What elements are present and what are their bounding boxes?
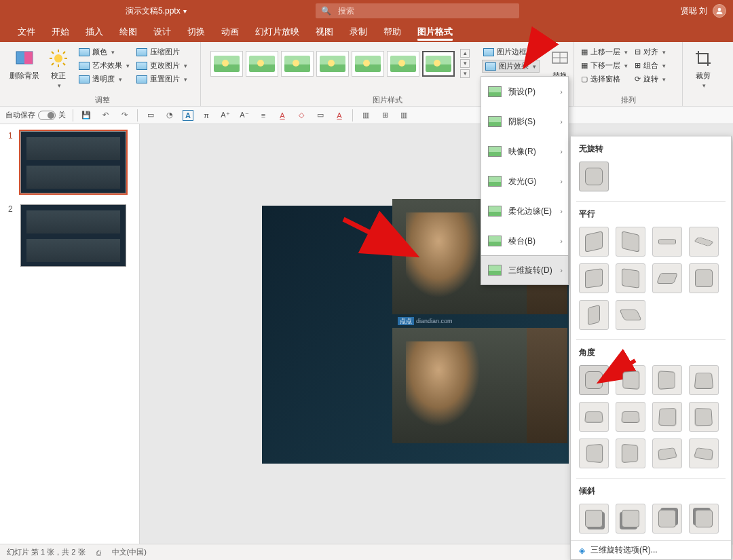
qat-button[interactable]: A bbox=[276, 109, 288, 122]
rotation-option[interactable] bbox=[689, 504, 719, 534]
qat-button[interactable]: A⁺ bbox=[219, 109, 231, 122]
qat-button[interactable]: ▭ bbox=[145, 109, 157, 122]
rotation-option[interactable] bbox=[652, 263, 682, 293]
rotation-option[interactable] bbox=[652, 227, 682, 257]
menu-reflection[interactable]: 映像(R)› bbox=[481, 136, 568, 166]
rotation-option[interactable] bbox=[689, 365, 719, 395]
menu-preset[interactable]: 预设(P)› bbox=[481, 77, 568, 107]
menu-glow[interactable]: 发光(G)› bbox=[481, 166, 568, 196]
rotation-option[interactable] bbox=[652, 438, 682, 468]
menu-soft-edges[interactable]: 柔化边缘(E)› bbox=[481, 196, 568, 226]
thumbnail-1[interactable]: 1 bbox=[8, 131, 131, 193]
rotation-option[interactable] bbox=[579, 504, 609, 534]
undo-button[interactable]: ↶ bbox=[99, 109, 111, 122]
rotation-option[interactable] bbox=[689, 438, 719, 468]
rotation-option[interactable] bbox=[652, 402, 682, 432]
qat-button[interactable]: ▭ bbox=[314, 109, 326, 122]
transparency-button[interactable]: 透明度▾ bbox=[77, 73, 131, 85]
user-avatar-icon[interactable] bbox=[713, 4, 726, 18]
qat-button[interactable]: A bbox=[183, 110, 193, 121]
menu-bevel[interactable]: 棱台(B)› bbox=[481, 226, 568, 256]
menu-shadow[interactable]: 阴影(S)› bbox=[481, 107, 568, 136]
qat-button[interactable]: ⊞ bbox=[379, 109, 391, 122]
picture-border-button[interactable]: 图片边框▾ bbox=[482, 46, 540, 58]
rotation-option[interactable] bbox=[616, 504, 645, 534]
qat-button[interactable]: A bbox=[333, 109, 345, 122]
style-thumb-selected[interactable] bbox=[422, 51, 455, 77]
change-picture-button[interactable]: 更改图片▾ bbox=[135, 60, 189, 71]
slide-image-bottom[interactable] bbox=[392, 328, 567, 443]
rotate-button[interactable]: ⟳旋转▾ bbox=[633, 73, 667, 85]
rotation-option[interactable] bbox=[616, 402, 645, 432]
picture-styles-gallery[interactable]: ▴ ▾ ▾ bbox=[206, 45, 474, 78]
qat-button[interactable]: ◇ bbox=[295, 109, 307, 122]
style-thumb[interactable] bbox=[387, 51, 419, 77]
gallery-up-icon[interactable]: ▴ bbox=[460, 49, 470, 58]
rotation-option[interactable] bbox=[652, 504, 682, 534]
rotation-option[interactable] bbox=[616, 227, 645, 257]
tab-insert[interactable]: 插入 bbox=[77, 22, 111, 42]
tab-draw[interactable]: 绘图 bbox=[111, 22, 145, 42]
tab-animations[interactable]: 动画 bbox=[213, 22, 247, 42]
style-thumb[interactable] bbox=[352, 51, 384, 77]
remove-background-button[interactable]: 删除背景 bbox=[10, 45, 39, 81]
tab-picture-format[interactable]: 图片格式 bbox=[409, 22, 461, 42]
style-thumb[interactable] bbox=[281, 51, 314, 77]
rotation-option[interactable] bbox=[616, 438, 645, 468]
qat-button[interactable]: ▥ bbox=[398, 109, 410, 122]
qat-button[interactable]: ▥ bbox=[360, 109, 372, 122]
selection-pane-button[interactable]: ▢选择窗格 bbox=[580, 73, 629, 85]
tab-help[interactable]: 帮助 bbox=[375, 22, 409, 42]
crop-button[interactable]: 裁剪▾ bbox=[688, 45, 718, 89]
rotation-option[interactable] bbox=[616, 300, 645, 330]
bring-forward-button[interactable]: ▦上移一层▾ bbox=[580, 46, 629, 58]
compress-button[interactable]: 压缩图片 bbox=[135, 46, 189, 58]
rotation-options-button[interactable]: ◈ 三维旋转选项(R)... bbox=[571, 540, 731, 559]
gallery-more-icon[interactable]: ▾ bbox=[460, 69, 470, 78]
rotation-option[interactable] bbox=[689, 263, 719, 293]
qat-button[interactable]: ≡ bbox=[257, 109, 269, 122]
style-thumb[interactable] bbox=[316, 51, 349, 77]
reset-picture-button[interactable]: 重置图片▾ bbox=[135, 73, 189, 85]
corrections-button[interactable]: 校正▾ bbox=[43, 45, 73, 89]
style-thumb[interactable] bbox=[246, 51, 278, 77]
accessibility-icon[interactable]: ⎙ bbox=[96, 548, 101, 557]
group-button[interactable]: ⊞组合▾ bbox=[633, 60, 667, 71]
rotation-option[interactable] bbox=[579, 263, 609, 293]
rotation-option[interactable] bbox=[579, 300, 609, 330]
user-area[interactable]: 贤聪 刘 bbox=[681, 4, 726, 18]
rotation-option[interactable] bbox=[579, 438, 609, 468]
rotation-option[interactable] bbox=[579, 227, 609, 257]
menu-3d-rotation[interactable]: 三维旋转(D)› bbox=[481, 255, 569, 285]
thumbnail-2[interactable]: 2 bbox=[8, 204, 131, 267]
tab-transitions[interactable]: 切换 bbox=[179, 22, 213, 42]
autosave-toggle[interactable]: 自动保存 关 bbox=[5, 110, 66, 120]
picture-effects-button[interactable]: 图片效果▾ bbox=[482, 60, 540, 73]
send-backward-button[interactable]: ▦下移一层▾ bbox=[580, 60, 629, 71]
save-button[interactable]: 💾 bbox=[80, 109, 92, 122]
qat-button[interactable]: ◔ bbox=[164, 109, 176, 122]
rotation-option-selected[interactable] bbox=[579, 365, 609, 395]
tab-file[interactable]: 文件 bbox=[10, 22, 43, 42]
tab-design[interactable]: 设计 bbox=[145, 22, 179, 42]
align-button[interactable]: ⊟对齐▾ bbox=[633, 46, 667, 58]
style-thumb[interactable] bbox=[210, 51, 243, 77]
document-title[interactable]: 演示文稿5.pptx▾ bbox=[126, 5, 187, 17]
rotation-option[interactable] bbox=[689, 227, 719, 257]
language-indicator[interactable]: 中文(中国) bbox=[112, 547, 147, 557]
rotation-option[interactable] bbox=[616, 263, 645, 293]
rotation-option[interactable] bbox=[652, 365, 682, 395]
redo-button[interactable]: ↷ bbox=[118, 109, 130, 122]
gallery-down-icon[interactable]: ▾ bbox=[460, 59, 470, 68]
tab-home[interactable]: 开始 bbox=[43, 22, 77, 42]
qat-button[interactable]: A⁻ bbox=[238, 109, 250, 122]
tab-record[interactable]: 录制 bbox=[341, 22, 375, 42]
tab-view[interactable]: 视图 bbox=[307, 22, 341, 42]
qat-button[interactable]: π bbox=[200, 109, 212, 122]
rotation-none-option[interactable] bbox=[579, 162, 609, 191]
tab-slideshow[interactable]: 幻灯片放映 bbox=[247, 22, 307, 42]
search-box[interactable]: 🔍 搜索 bbox=[316, 3, 519, 18]
artistic-effects-button[interactable]: 艺术效果▾ bbox=[77, 60, 131, 71]
rotation-option[interactable] bbox=[579, 402, 609, 432]
rotation-option[interactable] bbox=[689, 402, 719, 432]
